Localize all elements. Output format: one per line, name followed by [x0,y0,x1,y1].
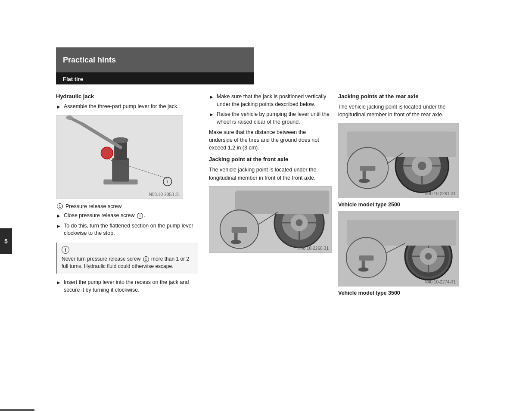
jack-image: 1 N58.10-2053-31 [56,115,183,199]
svg-point-48 [425,253,432,260]
subsection-title: Hydraulic jack [56,93,198,100]
page-number-box: 322 [0,409,34,411]
svg-point-59 [358,268,369,272]
svg-point-26 [231,240,241,244]
bullet-text-3: To do this, turn the flattened section o… [64,222,198,237]
front-axle-text: The vehicle jacking point is located und… [209,166,330,181]
svg-text:1: 1 [166,179,169,184]
info-text: Never turn pressure release screw 1 more… [62,255,194,271]
front-axle-title: Jacking point at the front axle [209,156,330,162]
svg-rect-57 [359,255,374,261]
bullet-text-2: Close pressure release screw 1. [64,212,146,220]
vehicle-svg-3500 [339,211,458,286]
rear-axle-title: Jacking points at the rear axle [338,93,470,100]
front-axle-image: N40.10-2260-31 [209,186,332,253]
page-container: Practical hints Flat tire 5 322 Hydrauli… [0,47,532,411]
label-item-pressure: 1 Pressure release screw [56,203,198,209]
middle-column: ► Make sure that the jack is positioned … [202,89,336,304]
section-bar: Flat tire [56,73,254,84]
vehicle-caption-2500: N40.10-2261-31 [425,191,456,196]
sidebar-tab: 5 [0,228,12,254]
svg-point-16 [296,219,303,226]
rear-axle-text: The vehicle jacking point is located und… [338,103,470,118]
page-title: Practical hints [63,56,116,65]
bullet-item-1: ► Assemble the three-part pump lever for… [56,103,198,111]
bullet-arrow-1: ► [56,103,61,111]
middle-text-1: Make sure that the jack is positioned ve… [217,93,330,108]
svg-rect-40 [360,166,376,171]
front-axle-svg [209,186,331,253]
middle-arrow-2: ► [209,111,214,118]
middle-text-2: Raise the vehicle by pumping the lever u… [217,111,330,126]
vehicle-model-3500-label: Vehicle model type 3500 [338,290,470,296]
vehicle-image-3500: N40.10-2274-31 [338,211,459,286]
vehicle-svg-2500 [339,123,458,198]
circle-num-1: 1 [57,203,63,209]
bullet-item-4: ► Insert the pump lever into the recess … [56,279,198,294]
info-box: i Never turn pressure release screw 1 mo… [56,243,198,274]
bullet-arrow-2: ► [56,212,61,220]
bullet-arrow-3: ► [56,223,61,230]
front-axle-caption: N40.10-2260-31 [298,246,329,251]
svg-rect-24 [232,227,247,233]
sidebar-number: 5 [4,238,8,245]
circle-num-ref: 1 [137,213,143,219]
bullet-item-3: ► To do this, turn the flattened section… [56,222,198,237]
vehicle-caption-3500: N40.10-2274-31 [425,280,456,284]
main-content: Hydraulic jack ► Assemble the three-part… [56,84,532,304]
vehicle-image-2500: N40.10-2261-31 [338,123,459,198]
svg-point-8 [101,147,113,159]
circle-num-info: 1 [143,256,149,262]
info-icon: i [62,246,69,254]
svg-rect-2 [112,158,129,181]
jack-image-caption: N58.10-2053-31 [149,192,180,197]
svg-point-32 [418,162,426,170]
middle-note: Make sure that the distance between the … [209,128,330,152]
right-column: Jacking points at the rear axle The vehi… [336,89,474,304]
pressure-label: Pressure release screw [65,203,122,209]
left-column: Hydraulic jack ► Assemble the three-part… [56,89,202,304]
vehicle-model-2500-label: Vehicle model type 2500 [338,202,470,208]
svg-point-42 [359,179,370,183]
middle-arrow-1: ► [209,93,214,101]
svg-rect-21 [235,190,329,214]
bullet-text-4: Insert the pump lever into the recess on… [64,279,198,294]
bullet-item-2: ► Close pressure release screw 1. [56,212,198,220]
header-bar: Practical hints [56,47,254,72]
jack-svg-illustration: 1 [56,115,183,199]
section-title: Flat tire [63,76,83,82]
middle-bullet-1: ► Make sure that the jack is positioned … [209,93,330,108]
bullet-text-1: Assemble the three-part pump lever for t… [64,103,179,111]
svg-point-7 [66,115,73,120]
middle-bullet-2: ► Raise the vehicle by pumping the lever… [209,111,330,126]
bullet-arrow-4: ► [56,279,61,286]
